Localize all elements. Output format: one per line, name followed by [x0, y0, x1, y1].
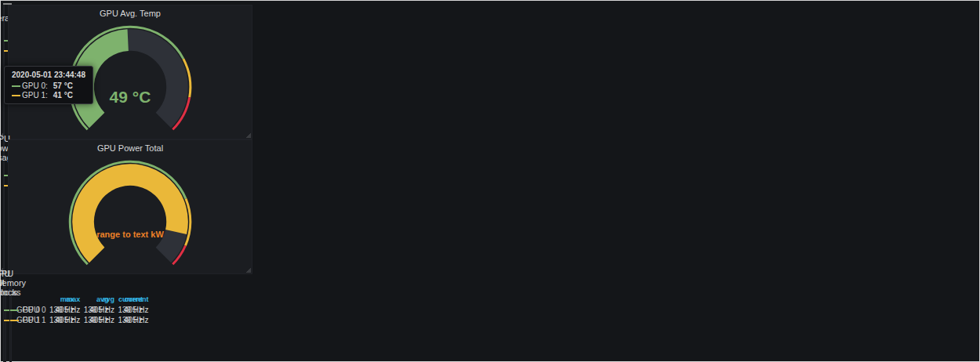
tooltip-series-row: GPU 1:41 °C — [12, 91, 85, 100]
series-color-dash-icon — [10, 320, 19, 321]
panel-title-gpu-avg-temp[interactable]: GPU Avg. Temp — [9, 5, 252, 21]
dashboard-grid: GPU Temperature ▾ 23:3023:3123:3223:3323… — [3, 3, 12, 359]
legend-header: avg — [80, 295, 114, 305]
legend-header: current — [114, 295, 149, 305]
gpu-power-total-gauge: range to text kW — [9, 156, 252, 273]
legend-value: 405 Hz — [114, 305, 149, 315]
panel-gpu-power-usage: GPU Power Usage 23:3023:3123:3223:3323:3… — [3, 139, 5, 274]
legend-value: 405 Hz — [80, 305, 114, 315]
series-color-dash-icon — [10, 310, 19, 311]
legend-value: 405 Hz — [46, 305, 81, 315]
legend-gpu-memory-clocks: maxavgcurrent GPU 0405 Hz405 Hz405 Hz GP… — [10, 291, 128, 362]
grafana-dashboard: GPU Temperature ▾ 23:3023:3123:3223:3323… — [0, 0, 980, 362]
legend-value: 405 Hz — [46, 315, 81, 325]
panel-title[interactable]: GPU Avg. Temp — [100, 9, 161, 18]
svg-text:49 °C: 49 °C — [110, 88, 151, 106]
dashboard-row-3: GPU SM Clocks 23:3023:3223:3423:3623:382… — [3, 274, 12, 362]
legend-table: maxavgcurrent GPU 0405 Hz405 Hz405 Hz GP… — [10, 295, 149, 325]
legend-row: GPU 1405 Hz405 Hz405 Hz — [10, 315, 149, 325]
gpu-power-total-gauge-area: range to text kW — [9, 156, 252, 273]
series-color-dash-icon — [12, 85, 20, 87]
legend-series-name[interactable]: GPU 1 — [10, 315, 46, 325]
svg-text:range to text kW: range to text kW — [96, 230, 164, 239]
panel-title-gpu-power-total[interactable]: GPU Power Total — [9, 140, 252, 156]
chart-tooltip: 2020-05-01 23:44:48 GPU 0:57 °C GPU 1:41… — [4, 66, 93, 104]
legend-value: 405 Hz — [114, 315, 149, 325]
dashboard-row-2: GPU Power Usage 23:3023:3123:3223:3323:3… — [3, 139, 12, 274]
legend-value: 405 Hz — [80, 315, 114, 325]
panel-gpu-temperature: GPU Temperature ▾ 23:3023:3123:3223:3323… — [3, 5, 5, 139]
panel-gpu-memory-clocks: GPU Memory Clocks 23:3023:3223:3423:3623… — [9, 274, 13, 362]
legend-header: max — [46, 295, 81, 305]
legend-row: GPU 0405 Hz405 Hz405 Hz — [10, 305, 149, 315]
panel-gpu-power-total: GPU Power Total range to text kW — [8, 139, 252, 274]
legend-series-name[interactable]: GPU 0 — [10, 305, 46, 315]
tooltip-time: 2020-05-01 23:44:48 — [12, 71, 85, 79]
dashboard-row-1: GPU Temperature ▾ 23:3023:3123:3223:3323… — [3, 5, 12, 139]
panel-title-gpu-memory-clocks[interactable]: GPU Memory Clocks — [10, 275, 12, 291]
panel-title[interactable]: GPU Power Total — [97, 143, 163, 153]
series-color-dash-icon — [12, 95, 20, 96]
tooltip-series-row: GPU 0:57 °C — [12, 81, 85, 90]
